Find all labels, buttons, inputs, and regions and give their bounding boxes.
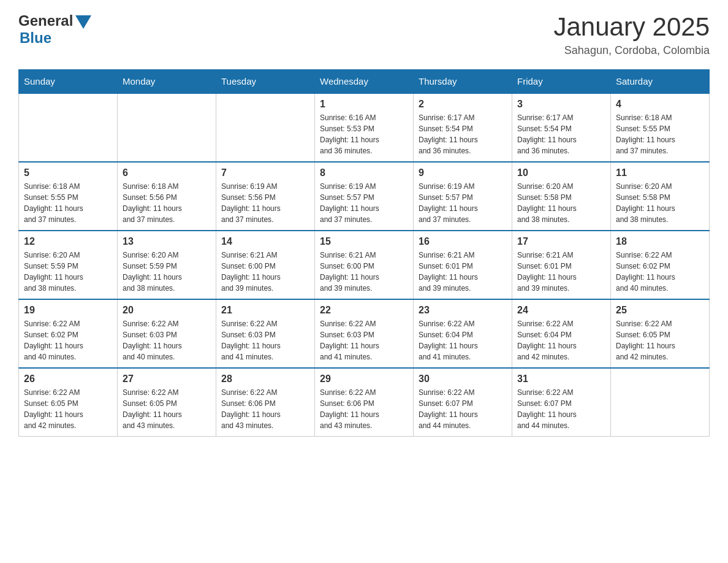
calendar-cell: 26Sunrise: 6:22 AMSunset: 6:05 PMDayligh… xyxy=(19,368,118,437)
day-info: Sunrise: 6:20 AMSunset: 5:59 PMDaylight:… xyxy=(24,250,112,294)
day-info: Sunrise: 6:19 AMSunset: 5:57 PMDaylight:… xyxy=(419,181,507,225)
calendar-cell: 28Sunrise: 6:22 AMSunset: 6:06 PMDayligh… xyxy=(216,368,315,437)
day-number: 11 xyxy=(616,167,704,178)
calendar-cell: 18Sunrise: 6:22 AMSunset: 6:02 PMDayligh… xyxy=(611,231,710,299)
day-info: Sunrise: 6:21 AMSunset: 6:00 PMDaylight:… xyxy=(320,250,408,294)
calendar-cell: 13Sunrise: 6:20 AMSunset: 5:59 PMDayligh… xyxy=(118,231,216,299)
day-number: 25 xyxy=(616,305,704,316)
day-info: Sunrise: 6:20 AMSunset: 5:59 PMDaylight:… xyxy=(123,250,211,294)
calendar-cell xyxy=(118,93,216,162)
day-info: Sunrise: 6:22 AMSunset: 6:06 PMDaylight:… xyxy=(221,387,309,431)
day-number: 23 xyxy=(419,305,507,316)
calendar-cell: 17Sunrise: 6:21 AMSunset: 6:01 PMDayligh… xyxy=(512,231,611,299)
day-info: Sunrise: 6:21 AMSunset: 6:00 PMDaylight:… xyxy=(221,250,309,294)
day-number: 6 xyxy=(123,167,211,178)
day-info: Sunrise: 6:22 AMSunset: 6:03 PMDaylight:… xyxy=(123,318,211,362)
day-number: 16 xyxy=(419,236,507,247)
calendar-cell xyxy=(216,93,315,162)
day-info: Sunrise: 6:22 AMSunset: 6:06 PMDaylight:… xyxy=(320,387,408,431)
calendar-cell: 19Sunrise: 6:22 AMSunset: 6:02 PMDayligh… xyxy=(19,299,118,368)
day-header-wednesday: Wednesday xyxy=(315,70,414,94)
day-number: 1 xyxy=(320,99,408,110)
calendar-cell: 4Sunrise: 6:18 AMSunset: 5:55 PMDaylight… xyxy=(611,93,710,162)
day-number: 9 xyxy=(419,167,507,178)
calendar-cell: 9Sunrise: 6:19 AMSunset: 5:57 PMDaylight… xyxy=(414,162,512,231)
day-number: 17 xyxy=(517,236,605,247)
week-row-5: 26Sunrise: 6:22 AMSunset: 6:05 PMDayligh… xyxy=(19,368,710,437)
title-section: January 2025 Sahagun, Cordoba, Colombia xyxy=(553,12,710,57)
day-header-thursday: Thursday xyxy=(414,70,512,94)
day-number: 13 xyxy=(123,236,211,247)
day-number: 8 xyxy=(320,167,408,178)
logo-general-text: General xyxy=(18,12,73,29)
day-info: Sunrise: 6:19 AMSunset: 5:57 PMDaylight:… xyxy=(320,181,408,225)
calendar-cell: 27Sunrise: 6:22 AMSunset: 6:05 PMDayligh… xyxy=(118,368,216,437)
day-info: Sunrise: 6:22 AMSunset: 6:07 PMDaylight:… xyxy=(419,387,507,431)
calendar-cell: 25Sunrise: 6:22 AMSunset: 6:05 PMDayligh… xyxy=(611,299,710,368)
day-info: Sunrise: 6:18 AMSunset: 5:55 PMDaylight:… xyxy=(24,181,112,225)
day-number: 4 xyxy=(616,99,704,110)
day-number: 20 xyxy=(123,305,211,316)
location: Sahagun, Cordoba, Colombia xyxy=(553,44,710,57)
week-row-1: 1Sunrise: 6:16 AMSunset: 5:53 PMDaylight… xyxy=(19,93,710,162)
day-header-monday: Monday xyxy=(118,70,216,94)
calendar-cell: 23Sunrise: 6:22 AMSunset: 6:04 PMDayligh… xyxy=(414,299,512,368)
calendar-cell: 31Sunrise: 6:22 AMSunset: 6:07 PMDayligh… xyxy=(512,368,611,437)
day-number: 19 xyxy=(24,305,112,316)
calendar-cell: 5Sunrise: 6:18 AMSunset: 5:55 PMDaylight… xyxy=(19,162,118,231)
day-info: Sunrise: 6:22 AMSunset: 6:04 PMDaylight:… xyxy=(419,318,507,362)
day-info: Sunrise: 6:22 AMSunset: 6:02 PMDaylight:… xyxy=(24,318,112,362)
day-number: 5 xyxy=(24,167,112,178)
day-number: 14 xyxy=(221,236,309,247)
calendar-cell xyxy=(19,93,118,162)
day-number: 7 xyxy=(221,167,309,178)
calendar-cell: 14Sunrise: 6:21 AMSunset: 6:00 PMDayligh… xyxy=(216,231,315,299)
day-info: Sunrise: 6:21 AMSunset: 6:01 PMDaylight:… xyxy=(517,250,605,294)
calendar-table: SundayMondayTuesdayWednesdayThursdayFrid… xyxy=(18,69,710,437)
day-number: 21 xyxy=(221,305,309,316)
day-number: 31 xyxy=(517,373,605,385)
day-number: 22 xyxy=(320,305,408,316)
day-info: Sunrise: 6:22 AMSunset: 6:05 PMDaylight:… xyxy=(24,387,112,431)
day-info: Sunrise: 6:22 AMSunset: 6:04 PMDaylight:… xyxy=(517,318,605,362)
day-info: Sunrise: 6:19 AMSunset: 5:56 PMDaylight:… xyxy=(221,181,309,225)
day-info: Sunrise: 6:22 AMSunset: 6:05 PMDaylight:… xyxy=(616,318,704,362)
day-number: 2 xyxy=(419,99,507,110)
calendar-cell: 16Sunrise: 6:21 AMSunset: 6:01 PMDayligh… xyxy=(414,231,512,299)
day-number: 28 xyxy=(221,373,309,385)
day-header-saturday: Saturday xyxy=(611,70,710,94)
calendar-header-row: SundayMondayTuesdayWednesdayThursdayFrid… xyxy=(19,70,710,94)
day-info: Sunrise: 6:18 AMSunset: 5:55 PMDaylight:… xyxy=(616,112,704,156)
week-row-3: 12Sunrise: 6:20 AMSunset: 5:59 PMDayligh… xyxy=(19,231,710,299)
logo-blue-text: Blue xyxy=(20,29,51,47)
calendar-cell: 6Sunrise: 6:18 AMSunset: 5:56 PMDaylight… xyxy=(118,162,216,231)
day-info: Sunrise: 6:17 AMSunset: 5:54 PMDaylight:… xyxy=(419,112,507,156)
day-number: 3 xyxy=(517,99,605,110)
day-number: 29 xyxy=(320,373,408,385)
calendar-cell: 24Sunrise: 6:22 AMSunset: 6:04 PMDayligh… xyxy=(512,299,611,368)
day-info: Sunrise: 6:18 AMSunset: 5:56 PMDaylight:… xyxy=(123,181,211,225)
calendar-cell: 1Sunrise: 6:16 AMSunset: 5:53 PMDaylight… xyxy=(315,93,414,162)
calendar-cell: 29Sunrise: 6:22 AMSunset: 6:06 PMDayligh… xyxy=(315,368,414,437)
day-number: 27 xyxy=(123,373,211,385)
day-number: 30 xyxy=(419,373,507,385)
day-number: 24 xyxy=(517,305,605,316)
calendar-cell: 21Sunrise: 6:22 AMSunset: 6:03 PMDayligh… xyxy=(216,299,315,368)
calendar-cell: 7Sunrise: 6:19 AMSunset: 5:56 PMDaylight… xyxy=(216,162,315,231)
calendar-cell: 2Sunrise: 6:17 AMSunset: 5:54 PMDaylight… xyxy=(414,93,512,162)
day-header-sunday: Sunday xyxy=(19,70,118,94)
calendar-cell: 22Sunrise: 6:22 AMSunset: 6:03 PMDayligh… xyxy=(315,299,414,368)
day-number: 18 xyxy=(616,236,704,247)
calendar-cell: 8Sunrise: 6:19 AMSunset: 5:57 PMDaylight… xyxy=(315,162,414,231)
day-info: Sunrise: 6:21 AMSunset: 6:01 PMDaylight:… xyxy=(419,250,507,294)
day-number: 12 xyxy=(24,236,112,247)
calendar-cell: 3Sunrise: 6:17 AMSunset: 5:54 PMDaylight… xyxy=(512,93,611,162)
calendar-cell: 30Sunrise: 6:22 AMSunset: 6:07 PMDayligh… xyxy=(414,368,512,437)
day-info: Sunrise: 6:22 AMSunset: 6:05 PMDaylight:… xyxy=(123,387,211,431)
week-row-2: 5Sunrise: 6:18 AMSunset: 5:55 PMDaylight… xyxy=(19,162,710,231)
day-info: Sunrise: 6:20 AMSunset: 5:58 PMDaylight:… xyxy=(517,181,605,225)
logo: General Blue xyxy=(18,12,91,47)
day-info: Sunrise: 6:20 AMSunset: 5:58 PMDaylight:… xyxy=(616,181,704,225)
day-number: 26 xyxy=(24,373,112,385)
day-info: Sunrise: 6:22 AMSunset: 6:03 PMDaylight:… xyxy=(221,318,309,362)
